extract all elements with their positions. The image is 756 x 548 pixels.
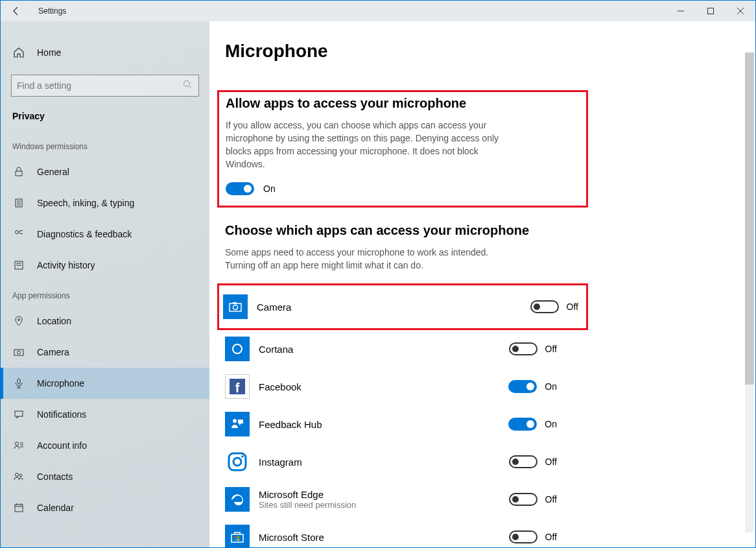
app-state: Off bbox=[567, 302, 578, 312]
app-row-store: Microsoft Store Off bbox=[225, 518, 562, 547]
sidebar-item-activity[interactable]: Activity history bbox=[1, 250, 209, 281]
choose-heading: Choose which apps can access your microp… bbox=[225, 223, 562, 238]
svg-rect-44 bbox=[235, 539, 237, 541]
camera-app-icon bbox=[223, 294, 248, 319]
feedback-app-icon bbox=[225, 412, 250, 436]
microphone-icon bbox=[12, 377, 25, 390]
account-icon bbox=[12, 439, 25, 452]
app-row-feedback: Feedback Hub On bbox=[225, 405, 562, 443]
scrollbar-thumb[interactable] bbox=[745, 53, 754, 385]
svg-rect-38 bbox=[238, 420, 243, 423]
sidebar-group-app-permissions: App permissions bbox=[1, 281, 209, 305]
sidebar-item-label: Location bbox=[37, 316, 198, 326]
svg-point-33 bbox=[233, 344, 242, 353]
allow-description: If you allow access, you can choose whic… bbox=[226, 119, 511, 171]
svg-point-17 bbox=[18, 351, 21, 354]
svg-point-11 bbox=[16, 231, 19, 234]
app-toggle-camera[interactable] bbox=[530, 300, 559, 313]
minimize-button[interactable] bbox=[666, 1, 696, 21]
app-toggle-feedback[interactable] bbox=[508, 418, 537, 431]
allow-toggle[interactable] bbox=[226, 182, 254, 195]
svg-rect-26 bbox=[15, 505, 23, 512]
allow-heading: Allow apps to access your microphone bbox=[226, 96, 580, 111]
app-name: Cortana bbox=[259, 344, 500, 355]
clipboard-icon bbox=[12, 197, 25, 209]
sidebar-item-home[interactable]: Home bbox=[1, 37, 209, 68]
svg-rect-6 bbox=[16, 171, 22, 176]
svg-rect-42 bbox=[235, 536, 237, 538]
app-name: Feedback Hub bbox=[259, 419, 499, 430]
close-button[interactable] bbox=[726, 1, 755, 21]
sidebar-item-speech[interactable]: Speech, inking, & typing bbox=[1, 187, 209, 219]
svg-point-40 bbox=[233, 458, 241, 466]
svg-point-15 bbox=[18, 319, 20, 321]
svg-point-20 bbox=[16, 442, 19, 446]
sidebar-category: Privacy bbox=[1, 103, 209, 132]
app-name: Instagram bbox=[259, 457, 500, 468]
feedback-icon bbox=[12, 228, 25, 241]
app-state: Off bbox=[545, 457, 557, 467]
back-button[interactable] bbox=[1, 1, 32, 21]
sidebar-item-label: Speech, inking, & typing bbox=[37, 198, 198, 208]
svg-point-37 bbox=[233, 419, 237, 423]
search-input[interactable] bbox=[17, 80, 183, 91]
contacts-icon bbox=[12, 470, 25, 483]
app-toggle-facebook[interactable] bbox=[508, 380, 537, 393]
svg-point-24 bbox=[16, 473, 19, 477]
sidebar-item-label: Account info bbox=[37, 440, 198, 451]
maximize-button[interactable] bbox=[696, 1, 726, 21]
sidebar: Home Privacy Windows permissions General… bbox=[1, 21, 209, 547]
sidebar-item-label: Camera bbox=[37, 347, 198, 357]
sidebar-item-diagnostics[interactable]: Diagnostics & feedback bbox=[1, 219, 209, 250]
sidebar-item-label: Diagnostics & feedback bbox=[37, 229, 198, 239]
sidebar-item-microphone[interactable]: Microphone bbox=[1, 368, 209, 399]
sidebar-item-camera[interactable]: Camera bbox=[1, 337, 209, 368]
app-row-facebook: f Facebook On bbox=[225, 368, 562, 405]
svg-point-41 bbox=[241, 455, 244, 458]
choose-description: Some apps need to access your microphone… bbox=[225, 246, 510, 272]
history-icon bbox=[12, 259, 25, 272]
app-name: Camera bbox=[257, 302, 521, 313]
app-row-instagram: Instagram Off bbox=[225, 443, 562, 481]
svg-rect-32 bbox=[233, 302, 237, 304]
app-row-cortana: Cortana Off bbox=[225, 330, 562, 368]
svg-point-31 bbox=[233, 305, 238, 310]
app-state: On bbox=[545, 419, 557, 429]
allow-toggle-label: On bbox=[263, 184, 276, 194]
chat-icon bbox=[12, 408, 25, 421]
app-state: Off bbox=[545, 344, 557, 354]
sidebar-item-calendar[interactable]: Calendar bbox=[1, 492, 209, 523]
instagram-app-icon bbox=[225, 449, 250, 474]
app-toggle-store[interactable] bbox=[509, 530, 537, 543]
facebook-app-icon: f bbox=[225, 374, 250, 399]
svg-line-5 bbox=[189, 86, 192, 89]
app-toggle-instagram[interactable] bbox=[509, 455, 537, 468]
sidebar-item-notifications[interactable]: Notifications bbox=[1, 399, 209, 430]
lock-icon bbox=[12, 165, 25, 178]
svg-text:f: f bbox=[235, 381, 240, 395]
sidebar-item-label: Microphone bbox=[37, 378, 198, 388]
sidebar-item-label: Activity history bbox=[37, 260, 198, 270]
svg-rect-1 bbox=[708, 8, 714, 14]
sidebar-item-label: Home bbox=[37, 47, 198, 58]
app-toggle-cortana[interactable] bbox=[509, 342, 537, 355]
app-row-camera: Camera Off bbox=[223, 288, 584, 326]
app-toggle-edge[interactable] bbox=[509, 493, 537, 506]
sidebar-item-general[interactable]: General bbox=[1, 156, 209, 187]
svg-rect-45 bbox=[237, 539, 239, 541]
sidebar-item-account[interactable]: Account info bbox=[1, 430, 209, 461]
search-box[interactable] bbox=[11, 75, 199, 97]
app-name: Microsoft Store bbox=[259, 532, 500, 543]
edge-app-icon bbox=[225, 487, 250, 512]
home-icon bbox=[12, 46, 25, 59]
sidebar-item-location[interactable]: Location bbox=[1, 305, 209, 337]
svg-rect-16 bbox=[14, 350, 23, 355]
app-state: Off bbox=[545, 494, 557, 505]
app-name: Facebook bbox=[259, 381, 499, 392]
store-app-icon bbox=[225, 525, 250, 547]
titlebar: Settings bbox=[1, 1, 755, 21]
sidebar-item-contacts[interactable]: Contacts bbox=[1, 461, 209, 492]
sidebar-item-label: General bbox=[37, 167, 198, 177]
sidebar-item-label: Notifications bbox=[37, 409, 198, 420]
svg-point-4 bbox=[184, 81, 190, 87]
